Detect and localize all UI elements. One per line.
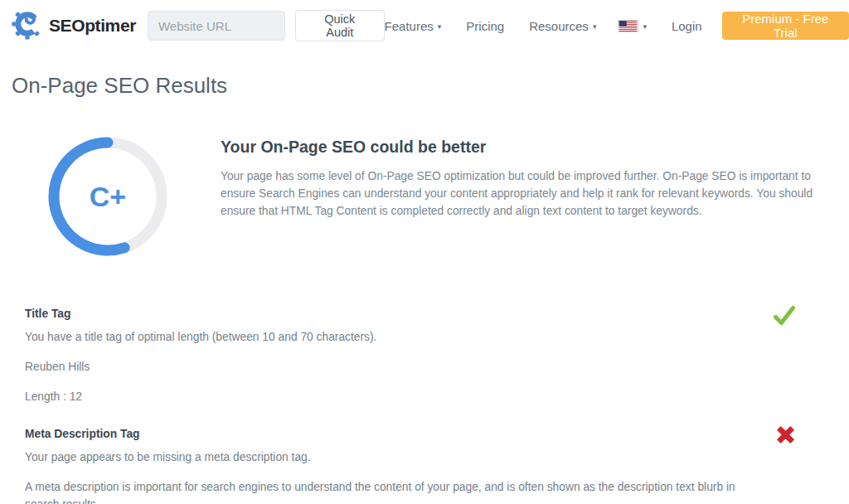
- main-content: On-Page SEO Results C+ Your On-Page SEO …: [0, 73, 849, 504]
- score-description: Your page has some level of On-Page SEO …: [221, 167, 841, 220]
- premium-free-trial-button[interactable]: Premium - Free Trial: [722, 12, 849, 40]
- nav-link-label: Features: [385, 19, 434, 33]
- nav-link-resources[interactable]: Resources ▾: [529, 19, 596, 33]
- seoptimer-logo[interactable]: SEOptimer: [12, 8, 136, 43]
- check-heading: Meta Description Tag: [25, 428, 796, 440]
- quick-audit-button[interactable]: Quick Audit: [295, 10, 385, 41]
- check-text: Reuben Hills: [25, 358, 763, 376]
- chevron-down-icon: ▾: [593, 21, 597, 31]
- nav-right: Features ▾ Pricing Resources ▾: [385, 12, 849, 40]
- check-text: Length : 12: [25, 388, 763, 405]
- check-sections: Title Tag You have a title tag of optima…: [25, 308, 796, 504]
- score-heading: Your On-Page SEO could be better: [221, 138, 841, 157]
- login-link[interactable]: Login: [672, 19, 702, 33]
- check-lines: Your page appears to be missing a meta d…: [25, 448, 796, 504]
- cross-icon: [775, 424, 796, 448]
- grade-value: C+: [48, 137, 167, 256]
- nav-menu: Features ▾ Pricing Resources ▾: [385, 19, 597, 33]
- seo-check-section: Title Tag You have a title tag of optima…: [25, 308, 796, 405]
- grade-gauge: C+: [48, 137, 167, 256]
- check-lines: You have a title tag of optimal length (…: [25, 328, 796, 405]
- navbar: SEOptimer Quick Audit Features ▾ Pricing…: [0, 0, 849, 51]
- score-summary: C+ Your On-Page SEO could be better Your…: [48, 137, 849, 256]
- check-heading: Title Tag: [25, 308, 796, 320]
- us-flag-icon: [618, 20, 638, 32]
- check-icon: [773, 304, 796, 331]
- check-text: Your page appears to be missing a meta d…: [25, 448, 763, 466]
- nav-link-label: Resources: [529, 19, 589, 33]
- website-url-input[interactable]: [148, 11, 285, 41]
- seo-check-section: Meta Description Tag Your page appears t…: [25, 428, 796, 504]
- chevron-down-icon: ▾: [643, 21, 647, 31]
- brand-name: SEOptimer: [49, 16, 136, 36]
- language-dropdown[interactable]: ▾: [618, 20, 647, 32]
- score-text: Your On-Page SEO could be better Your pa…: [221, 137, 841, 256]
- nav-link-pricing[interactable]: Pricing: [466, 19, 504, 33]
- page-title: On-Page SEO Results: [12, 73, 849, 99]
- chevron-down-icon: ▾: [438, 21, 442, 31]
- seoptimer-gear-icon: [12, 8, 43, 43]
- nav-link-label: Pricing: [466, 19, 504, 33]
- check-text: You have a title tag of optimal length (…: [25, 328, 763, 346]
- check-text: A meta description is important for sear…: [25, 478, 763, 504]
- nav-link-features[interactable]: Features ▾: [385, 19, 442, 33]
